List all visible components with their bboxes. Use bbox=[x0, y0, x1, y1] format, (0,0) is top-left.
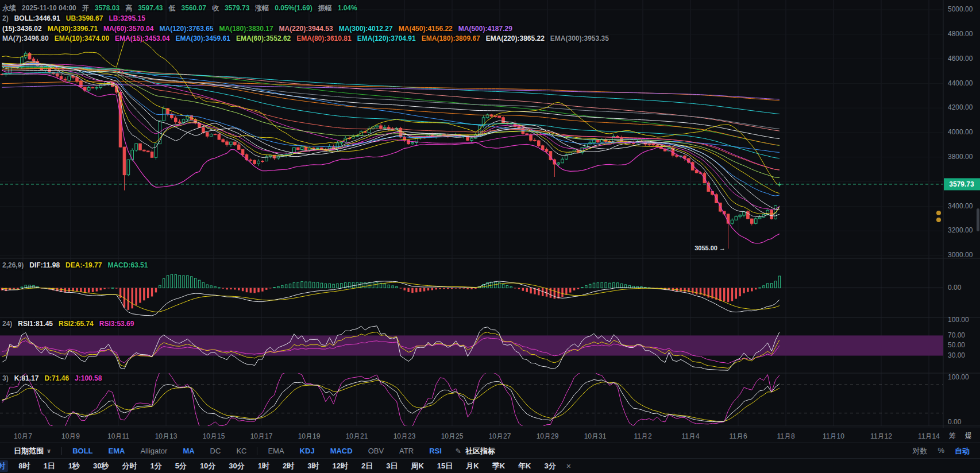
chart-canvas[interactable]: 3055.00 →5000.004800.004600.004400.00420… bbox=[0, 0, 980, 428]
time-label: 10月15 bbox=[194, 432, 234, 441]
period-3日[interactable]: 3日 bbox=[383, 460, 400, 472]
period-4时[interactable]: 4时 bbox=[0, 460, 8, 472]
rsi-band bbox=[0, 335, 943, 355]
community-indicators-label: 社区指标 bbox=[465, 446, 495, 456]
time-label: 10月11 bbox=[98, 432, 138, 441]
period-季K[interactable]: 季K bbox=[489, 460, 508, 472]
indicator-KC[interactable]: KC bbox=[236, 447, 246, 455]
price-label: 3200.00 bbox=[948, 226, 973, 234]
timebar-button-2[interactable]: 爆 bbox=[965, 431, 972, 441]
price-label: 3000.00 bbox=[948, 251, 973, 259]
period-2日[interactable]: 2日 bbox=[358, 460, 376, 472]
rsi-axis-label: 100.00 bbox=[948, 316, 969, 324]
indicator-MACD[interactable]: MACD bbox=[330, 447, 353, 455]
kdj-axis-label: 0.00 bbox=[948, 418, 962, 426]
app-root: 3055.00 →5000.004800.004600.004400.00420… bbox=[0, 0, 980, 473]
edit-icon: ✎ bbox=[456, 447, 461, 455]
period-月K[interactable]: 月K bbox=[463, 460, 481, 472]
community-indicators-button[interactable]: ✎ 社区指标 bbox=[456, 446, 495, 456]
scrollbar-thumb[interactable] bbox=[977, 208, 979, 231]
indicator-Alligator[interactable]: Alligator bbox=[140, 447, 167, 455]
price-label: 3400.00 bbox=[948, 202, 973, 210]
period-30秒[interactable]: 30秒 bbox=[90, 460, 111, 472]
period-分时[interactable]: 分时 bbox=[119, 460, 140, 472]
time-axis[interactable]: 10月710月910月1110月1310月1510月1710月1910月2110… bbox=[0, 428, 980, 443]
time-label: 11月8 bbox=[766, 432, 806, 441]
price-label: 4200.00 bbox=[948, 103, 973, 111]
time-label: 11月6 bbox=[718, 432, 758, 441]
period-1分[interactable]: 1分 bbox=[147, 460, 164, 472]
kdj-pane bbox=[0, 371, 943, 426]
time-label: 10月17 bbox=[241, 432, 281, 441]
price-label: 4000.00 bbox=[948, 128, 973, 136]
price-pane bbox=[1, 38, 781, 249]
period-3时[interactable]: 3时 bbox=[304, 460, 322, 472]
indicator-BOLL[interactable]: BOLL bbox=[72, 447, 92, 455]
period-5分[interactable]: 5分 bbox=[172, 460, 190, 472]
price-axis: 5000.004800.004600.004400.004200.004000.… bbox=[936, 5, 980, 426]
time-label: 11月4 bbox=[670, 432, 711, 441]
indicator-KDJ[interactable]: KDJ bbox=[300, 447, 315, 455]
sub-indicator-group: EMAKDJMACDOBVATRRSI bbox=[268, 447, 441, 455]
price-label: 3800.00 bbox=[948, 153, 973, 161]
time-label: 10月9 bbox=[51, 432, 91, 441]
indicator-RSI[interactable]: RSI bbox=[429, 447, 442, 455]
time-label: 11月14 bbox=[909, 432, 949, 441]
date-range-label: 日期范围 bbox=[14, 446, 44, 456]
close-period-icon[interactable]: × bbox=[566, 462, 571, 471]
period-1时[interactable]: 1时 bbox=[255, 460, 272, 472]
grid bbox=[0, 0, 980, 428]
time-label: 10月27 bbox=[480, 432, 520, 441]
timebar-button-1[interactable]: 筹 bbox=[949, 431, 956, 441]
indicator-EMA[interactable]: EMA bbox=[268, 447, 284, 455]
date-range-button[interactable]: 日期范围 ∨ bbox=[14, 446, 51, 456]
marker-dot bbox=[936, 211, 941, 215]
macd-axis-label: 0.00 bbox=[948, 284, 962, 292]
rsi-pane bbox=[0, 326, 943, 370]
time-label: 10月19 bbox=[289, 432, 329, 441]
toolbar-divider bbox=[257, 447, 257, 455]
indicator-EMA[interactable]: EMA bbox=[109, 447, 125, 455]
scale-option-自动[interactable]: 自动 bbox=[955, 446, 970, 456]
rsi-axis-label: 30.00 bbox=[948, 351, 965, 359]
period-15日[interactable]: 15日 bbox=[434, 460, 456, 472]
period-年K[interactable]: 年K bbox=[515, 460, 534, 472]
period-12时[interactable]: 12时 bbox=[330, 460, 351, 472]
overlay-indicator-group: BOLLEMAAlligatorMADCKC bbox=[72, 447, 246, 455]
time-label: 11月12 bbox=[861, 432, 901, 441]
rsi-axis-label: 70.00 bbox=[948, 331, 965, 339]
time-label: 10月25 bbox=[432, 432, 472, 441]
indicator-ATR[interactable]: ATR bbox=[399, 447, 414, 455]
period-10分[interactable]: 10分 bbox=[197, 460, 218, 472]
scale-option-%[interactable]: % bbox=[937, 446, 944, 456]
indicator-MA[interactable]: MA bbox=[183, 447, 194, 455]
period-2时[interactable]: 2时 bbox=[280, 460, 297, 472]
period-30分[interactable]: 30分 bbox=[226, 460, 247, 472]
time-label: 10月21 bbox=[337, 432, 377, 441]
svg-text:3579.73: 3579.73 bbox=[949, 180, 974, 188]
rsi-axis-label: 50.00 bbox=[948, 341, 965, 349]
time-label: 11月10 bbox=[813, 432, 854, 441]
period-1秒[interactable]: 1秒 bbox=[65, 460, 83, 472]
indicator-OBV[interactable]: OBV bbox=[368, 447, 384, 455]
indicator-toolbar: 日期范围 ∨ BOLLEMAAlligatorMADCKC EMAKDJMACD… bbox=[0, 443, 980, 459]
low-price-annotation: 3055.00 → bbox=[695, 245, 726, 251]
price-label: 4600.00 bbox=[948, 55, 973, 63]
time-label: 10月13 bbox=[146, 432, 186, 441]
scale-option-对数[interactable]: 对数 bbox=[912, 446, 927, 456]
price-label: 4800.00 bbox=[948, 30, 973, 38]
time-label: 10月23 bbox=[384, 432, 425, 441]
toolbar-divider bbox=[61, 447, 62, 455]
period-周K[interactable]: 周K bbox=[408, 460, 426, 472]
chevron-down-icon: ∨ bbox=[47, 448, 51, 454]
period-3分[interactable]: 3分 bbox=[541, 460, 558, 472]
kdj-axis-label: 100.00 bbox=[948, 373, 969, 381]
macd-pane bbox=[0, 274, 943, 316]
time-label: 10月7 bbox=[3, 432, 43, 441]
scale-options-group: 对数%自动 bbox=[912, 446, 970, 456]
indicator-DC[interactable]: DC bbox=[210, 447, 221, 455]
price-label: 5000.00 bbox=[948, 5, 973, 13]
period-1日[interactable]: 1日 bbox=[40, 460, 57, 472]
time-label: 10月29 bbox=[527, 432, 568, 441]
period-8时[interactable]: 8时 bbox=[16, 460, 33, 472]
